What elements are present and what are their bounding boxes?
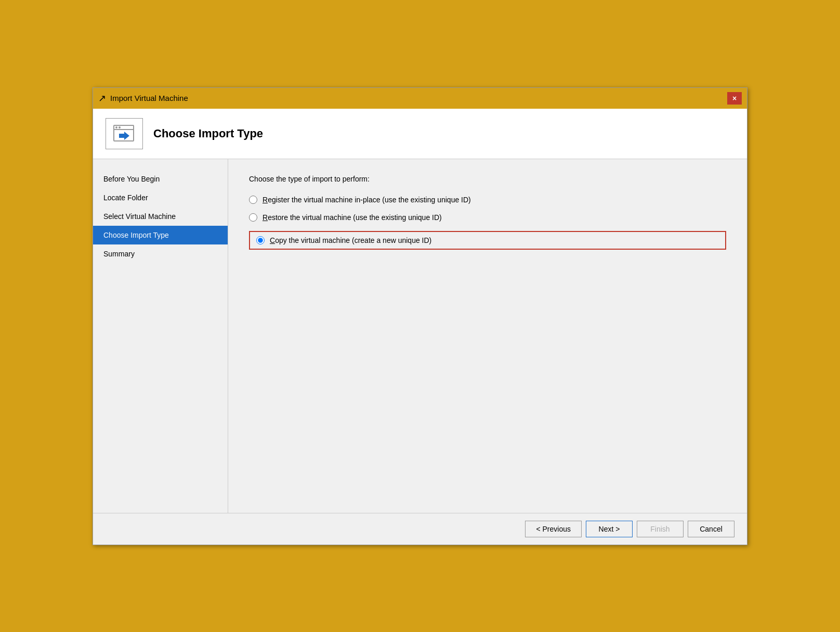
- radio-group: Register the virtual machine in-place (u…: [249, 196, 726, 250]
- main-window: ↗ Import Virtual Machine × Choose Import…: [93, 87, 747, 545]
- close-button[interactable]: ×: [727, 92, 742, 105]
- option-copy[interactable]: Copy the virtual machine (create a new u…: [256, 236, 431, 244]
- svg-marker-4: [119, 132, 129, 140]
- option-register[interactable]: Register the virtual machine in-place (u…: [249, 196, 726, 204]
- option-restore[interactable]: Restore the virtual machine (use the exi…: [249, 213, 726, 222]
- sidebar-item-choose-import-type[interactable]: Choose Import Type: [93, 226, 228, 244]
- finish-button[interactable]: Finish: [637, 521, 684, 537]
- header-icon-box: [106, 118, 143, 149]
- radio-register[interactable]: [249, 196, 257, 204]
- main-content: Choose the type of import to perform: Re…: [228, 159, 747, 513]
- option-copy-highlighted: Copy the virtual machine (create a new u…: [249, 231, 726, 250]
- title-bar-icon: ↗: [98, 93, 106, 104]
- header-icon: [113, 122, 136, 145]
- sidebar: Before You Begin Locate Folder Select Vi…: [93, 159, 228, 513]
- previous-button[interactable]: < Previous: [525, 521, 582, 537]
- next-button[interactable]: Next >: [586, 521, 633, 537]
- content-area: Before You Begin Locate Folder Select Vi…: [93, 159, 747, 513]
- label-copy: Copy the virtual machine (create a new u…: [270, 236, 431, 244]
- header-title: Choose Import Type: [153, 127, 263, 140]
- title-bar: ↗ Import Virtual Machine ×: [93, 88, 747, 109]
- footer: < Previous Next > Finish Cancel: [93, 513, 747, 545]
- sidebar-item-summary[interactable]: Summary: [93, 244, 228, 263]
- title-bar-left: ↗ Import Virtual Machine: [98, 93, 188, 104]
- main-description: Choose the type of import to perform:: [249, 175, 726, 183]
- title-bar-title: Import Virtual Machine: [110, 94, 188, 102]
- sidebar-item-locate-folder[interactable]: Locate Folder: [93, 188, 228, 207]
- svg-point-2: [115, 126, 117, 128]
- cancel-button[interactable]: Cancel: [688, 521, 734, 537]
- svg-point-3: [119, 126, 121, 128]
- label-restore: Restore the virtual machine (use the exi…: [262, 213, 442, 222]
- header-section: Choose Import Type: [93, 109, 747, 159]
- label-register: Register the virtual machine in-place (u…: [262, 196, 471, 204]
- sidebar-item-select-vm[interactable]: Select Virtual Machine: [93, 207, 228, 226]
- sidebar-item-before-you-begin[interactable]: Before You Begin: [93, 170, 228, 188]
- radio-copy[interactable]: [256, 236, 265, 244]
- radio-restore[interactable]: [249, 213, 257, 222]
